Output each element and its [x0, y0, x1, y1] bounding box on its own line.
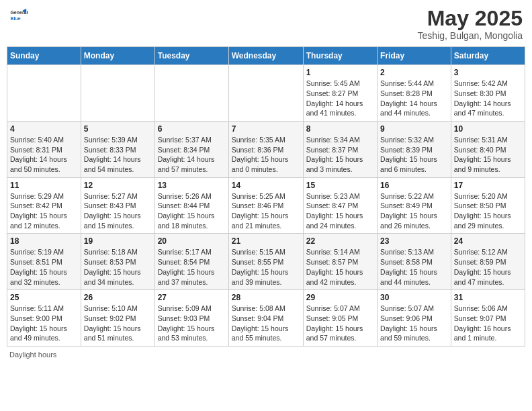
- daylight-hours-label: Daylight hours: [9, 351, 56, 359]
- calendar-cell: 9Sunrise: 5:32 AM Sunset: 8:39 PM Daylig…: [378, 121, 451, 177]
- month-title: May 2025: [418, 7, 523, 30]
- calendar-cell: 11Sunrise: 5:29 AM Sunset: 8:42 PM Dayli…: [7, 177, 81, 234]
- logo: General Blue: [9, 7, 28, 26]
- day-number: 22: [306, 236, 374, 246]
- calendar-cell: 17Sunrise: 5:20 AM Sunset: 8:50 PM Dayli…: [451, 177, 525, 234]
- calendar-cell: 31Sunrise: 5:06 AM Sunset: 9:07 PM Dayli…: [451, 290, 525, 347]
- day-number: 6: [158, 124, 226, 134]
- calendar-cell: 27Sunrise: 5:09 AM Sunset: 9:03 PM Dayli…: [154, 290, 228, 347]
- day-number: 27: [158, 293, 226, 302]
- day-info: Sunrise: 5:32 AM Sunset: 8:39 PM Dayligh…: [380, 135, 448, 175]
- calendar-cell: 25Sunrise: 5:11 AM Sunset: 9:00 PM Dayli…: [7, 290, 81, 347]
- day-header-friday: Friday: [378, 47, 451, 65]
- day-header-saturday: Saturday: [451, 47, 525, 65]
- day-number: 13: [158, 181, 226, 190]
- day-info: Sunrise: 5:45 AM Sunset: 8:27 PM Dayligh…: [306, 79, 374, 118]
- day-number: 25: [10, 293, 78, 302]
- day-info: Sunrise: 5:09 AM Sunset: 9:03 PM Dayligh…: [158, 304, 226, 343]
- day-number: 17: [454, 181, 522, 190]
- calendar-cell: [154, 65, 228, 122]
- day-info: Sunrise: 5:37 AM Sunset: 8:34 PM Dayligh…: [158, 135, 226, 175]
- day-info: Sunrise: 5:07 AM Sunset: 9:06 PM Dayligh…: [380, 304, 448, 343]
- day-number: 18: [10, 236, 78, 246]
- calendar-cell: 16Sunrise: 5:22 AM Sunset: 8:49 PM Dayli…: [378, 177, 451, 234]
- calendar-week-2: 4Sunrise: 5:40 AM Sunset: 8:31 PM Daylig…: [7, 121, 525, 177]
- day-info: Sunrise: 5:26 AM Sunset: 8:44 PM Dayligh…: [158, 191, 226, 231]
- calendar-cell: 13Sunrise: 5:26 AM Sunset: 8:44 PM Dayli…: [154, 177, 228, 234]
- calendar-cell: 26Sunrise: 5:10 AM Sunset: 9:02 PM Dayli…: [81, 290, 154, 347]
- day-info: Sunrise: 5:06 AM Sunset: 9:07 PM Dayligh…: [454, 304, 522, 343]
- day-number: 3: [454, 68, 522, 77]
- day-number: 11: [10, 181, 78, 190]
- logo-icon: General Blue: [9, 7, 28, 26]
- day-info: Sunrise: 5:27 AM Sunset: 8:43 PM Dayligh…: [84, 191, 152, 231]
- day-info: Sunrise: 5:13 AM Sunset: 8:58 PM Dayligh…: [380, 247, 448, 287]
- calendar-cell: 15Sunrise: 5:23 AM Sunset: 8:47 PM Dayli…: [303, 177, 377, 234]
- title-block: May 2025 Teshig, Bulgan, Mongolia: [418, 7, 523, 41]
- day-number: 31: [454, 293, 522, 302]
- day-header-thursday: Thursday: [303, 47, 377, 65]
- calendar-cell: 10Sunrise: 5:31 AM Sunset: 8:40 PM Dayli…: [451, 121, 525, 177]
- calendar-cell: 30Sunrise: 5:07 AM Sunset: 9:06 PM Dayli…: [378, 290, 451, 347]
- day-info: Sunrise: 5:17 AM Sunset: 8:54 PM Dayligh…: [158, 247, 226, 287]
- day-header-monday: Monday: [81, 47, 154, 65]
- day-info: Sunrise: 5:12 AM Sunset: 8:59 PM Dayligh…: [454, 247, 522, 287]
- day-info: Sunrise: 5:18 AM Sunset: 8:53 PM Dayligh…: [84, 247, 152, 287]
- calendar-cell: 18Sunrise: 5:19 AM Sunset: 8:51 PM Dayli…: [7, 234, 81, 290]
- day-number: 30: [380, 293, 448, 302]
- day-number: 29: [306, 293, 374, 302]
- calendar-cell: 8Sunrise: 5:34 AM Sunset: 8:37 PM Daylig…: [303, 121, 377, 177]
- day-number: 15: [306, 181, 374, 190]
- svg-text:Blue: Blue: [10, 16, 20, 21]
- day-number: 24: [454, 236, 522, 246]
- calendar-cell: 14Sunrise: 5:25 AM Sunset: 8:46 PM Dayli…: [228, 177, 303, 234]
- day-info: Sunrise: 5:15 AM Sunset: 8:55 PM Dayligh…: [232, 247, 300, 287]
- calendar-cell: 6Sunrise: 5:37 AM Sunset: 8:34 PM Daylig…: [154, 121, 228, 177]
- day-number: 23: [380, 236, 448, 246]
- day-number: 4: [10, 124, 78, 134]
- day-info: Sunrise: 5:11 AM Sunset: 9:00 PM Dayligh…: [10, 304, 78, 343]
- day-info: Sunrise: 5:34 AM Sunset: 8:37 PM Dayligh…: [306, 135, 374, 175]
- calendar-cell: 5Sunrise: 5:39 AM Sunset: 8:33 PM Daylig…: [81, 121, 154, 177]
- calendar-week-4: 18Sunrise: 5:19 AM Sunset: 8:51 PM Dayli…: [7, 234, 525, 290]
- day-number: 12: [84, 181, 152, 190]
- day-info: Sunrise: 5:20 AM Sunset: 8:50 PM Dayligh…: [454, 191, 522, 231]
- day-header-sunday: Sunday: [7, 47, 81, 65]
- day-number: 16: [380, 181, 448, 190]
- calendar-header-row: SundayMondayTuesdayWednesdayThursdayFrid…: [7, 47, 525, 65]
- calendar-cell: 28Sunrise: 5:08 AM Sunset: 9:04 PM Dayli…: [228, 290, 303, 347]
- day-info: Sunrise: 5:42 AM Sunset: 8:30 PM Dayligh…: [454, 79, 522, 118]
- day-info: Sunrise: 5:10 AM Sunset: 9:02 PM Dayligh…: [84, 304, 152, 343]
- day-header-tuesday: Tuesday: [154, 47, 228, 65]
- day-number: 7: [232, 124, 300, 134]
- day-info: Sunrise: 5:23 AM Sunset: 8:47 PM Dayligh…: [306, 191, 374, 231]
- day-info: Sunrise: 5:07 AM Sunset: 9:05 PM Dayligh…: [306, 304, 374, 343]
- page-header: General Blue May 2025 Teshig, Bulgan, Mo…: [7, 7, 525, 41]
- calendar-cell: 24Sunrise: 5:12 AM Sunset: 8:59 PM Dayli…: [451, 234, 525, 290]
- day-info: Sunrise: 5:22 AM Sunset: 8:49 PM Dayligh…: [380, 191, 448, 231]
- day-number: 20: [158, 236, 226, 246]
- day-number: 1: [306, 68, 374, 77]
- calendar-cell: 4Sunrise: 5:40 AM Sunset: 8:31 PM Daylig…: [7, 121, 81, 177]
- day-info: Sunrise: 5:40 AM Sunset: 8:31 PM Dayligh…: [10, 135, 78, 175]
- day-number: 2: [380, 68, 448, 77]
- day-info: Sunrise: 5:29 AM Sunset: 8:42 PM Dayligh…: [10, 191, 78, 231]
- footer: Daylight hours: [7, 351, 525, 359]
- calendar-cell: 7Sunrise: 5:35 AM Sunset: 8:36 PM Daylig…: [228, 121, 303, 177]
- calendar-week-3: 11Sunrise: 5:29 AM Sunset: 8:42 PM Dayli…: [7, 177, 525, 234]
- calendar-week-5: 25Sunrise: 5:11 AM Sunset: 9:00 PM Dayli…: [7, 290, 525, 347]
- day-number: 21: [232, 236, 300, 246]
- day-info: Sunrise: 5:14 AM Sunset: 8:57 PM Dayligh…: [306, 247, 374, 287]
- calendar-cell: 12Sunrise: 5:27 AM Sunset: 8:43 PM Dayli…: [81, 177, 154, 234]
- calendar-cell: 21Sunrise: 5:15 AM Sunset: 8:55 PM Dayli…: [228, 234, 303, 290]
- calendar-cell: 3Sunrise: 5:42 AM Sunset: 8:30 PM Daylig…: [451, 65, 525, 122]
- calendar-cell: 1Sunrise: 5:45 AM Sunset: 8:27 PM Daylig…: [303, 65, 377, 122]
- day-info: Sunrise: 5:31 AM Sunset: 8:40 PM Dayligh…: [454, 135, 522, 175]
- day-number: 28: [232, 293, 300, 302]
- calendar-cell: [228, 65, 303, 122]
- day-number: 26: [84, 293, 152, 302]
- calendar-cell: 29Sunrise: 5:07 AM Sunset: 9:05 PM Dayli…: [303, 290, 377, 347]
- location-subtitle: Teshig, Bulgan, Mongolia: [418, 30, 523, 41]
- calendar-cell: [7, 65, 81, 122]
- calendar-cell: 19Sunrise: 5:18 AM Sunset: 8:53 PM Dayli…: [81, 234, 154, 290]
